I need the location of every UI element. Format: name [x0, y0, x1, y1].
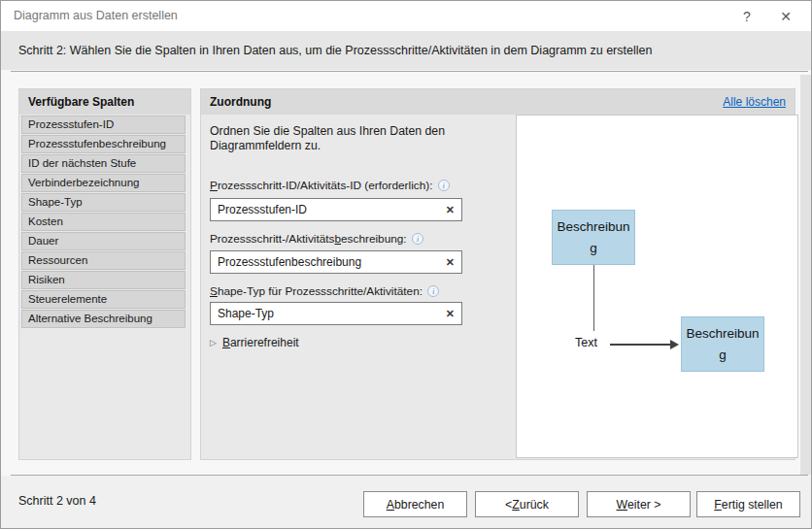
title-bar-buttons: ? ✕: [727, 1, 805, 31]
step-description: Schritt 2: Wählen Sie die Spalten in Ihr…: [1, 31, 811, 70]
help-icon[interactable]: ?: [727, 1, 766, 31]
mapping-instruction: Ordnen Sie die Spalten aus Ihren Daten d…: [210, 124, 501, 153]
column-chip[interactable]: Alternative Beschreibung: [21, 310, 186, 328]
column-chip[interactable]: Prozessstufenbeschreibung: [21, 135, 186, 153]
cancel-button[interactable]: Abbrechen: [363, 491, 467, 517]
column-chip[interactable]: Steuerelemente: [21, 290, 186, 309]
column-chip[interactable]: Risiken: [21, 271, 186, 289]
column-chip[interactable]: Ressourcen: [21, 251, 186, 270]
window-title: Diagramm aus Daten erstellen: [14, 1, 178, 31]
connector-line-vertical: [593, 265, 594, 331]
clear-field-icon[interactable]: ✕: [446, 308, 455, 320]
clear-field-icon[interactable]: ✕: [446, 204, 455, 216]
shape-type-label: Shape-Typ für Prozessschritte/Aktivitäte…: [210, 284, 439, 298]
step-indicator: Schritt 2 von 4: [18, 494, 96, 508]
connector-line-horizontal: [610, 344, 672, 346]
diagram-preview: Beschreibung Text Beschreibung: [516, 115, 798, 458]
column-chip[interactable]: Dauer: [21, 232, 186, 250]
create-diagram-from-data-dialog: Diagramm aus Daten erstellen ? ✕ Schritt…: [0, 0, 812, 529]
info-icon[interactable]: i: [412, 233, 423, 245]
available-columns-header: Verfügbare Spalten: [19, 89, 190, 115]
info-icon[interactable]: i: [427, 285, 439, 297]
column-chip[interactable]: Kosten: [21, 213, 186, 231]
footer-bar: Schritt 2 von 4 Abbrechen < Zurück Weite…: [1, 476, 811, 528]
column-chip[interactable]: Prozessstufen-ID: [21, 116, 186, 134]
connector-arrowhead-icon: [670, 340, 679, 349]
shape-type-input[interactable]: Shape-Typ ✕: [210, 302, 462, 325]
column-chip[interactable]: Shape-Typ: [21, 193, 186, 212]
clear-field-icon[interactable]: ✕: [446, 256, 455, 269]
clear-all-link[interactable]: Alle löschen: [723, 89, 786, 115]
process-id-input[interactable]: Prozessstufen-ID ✕: [210, 198, 462, 221]
connector-label: Text: [575, 336, 597, 349]
next-button[interactable]: Weiter >: [587, 491, 691, 517]
mapping-header: Zuordnung: [210, 89, 271, 115]
preview-shape: Beschreibung: [552, 210, 635, 265]
chevron-right-icon: ▷: [210, 338, 217, 347]
process-description-label: Prozessschritt-/Aktivitätsbeschreibung: …: [210, 232, 423, 246]
available-columns-panel: Verfügbare Spalten Prozessstufen-ID Proz…: [18, 88, 191, 460]
divider-top: [11, 71, 808, 72]
close-icon[interactable]: ✕: [766, 1, 805, 31]
column-chip[interactable]: ID der nächsten Stufe: [21, 154, 186, 173]
process-description-input[interactable]: Prozessstufenbeschreibung ✕: [210, 250, 462, 274]
info-icon[interactable]: i: [438, 180, 450, 191]
column-chip[interactable]: Verbinderbezeichnung: [21, 174, 186, 192]
finish-button[interactable]: Fertig stellen: [696, 491, 800, 517]
back-button[interactable]: < Zurück: [475, 491, 579, 517]
available-columns-list: Prozessstufen-ID Prozessstufenbeschreibu…: [21, 116, 186, 328]
preview-shape: Beschreibung: [681, 316, 764, 372]
process-id-label: Prozessschritt-ID/Aktivitäts-ID (erforde…: [210, 179, 450, 192]
accessibility-expander[interactable]: ▷Barrierefreiheit: [210, 336, 299, 349]
mapping-header-bar: Zuordnung Alle löschen: [201, 89, 795, 115]
title-bar: Diagramm aus Daten erstellen ? ✕: [1, 1, 811, 31]
scrollbar-track[interactable]: [800, 75, 811, 475]
mapping-panel: Zuordnung Alle löschen Ordnen Sie die Sp…: [200, 88, 795, 460]
mapping-form: Ordnen Sie die Spalten aus Ihren Daten d…: [201, 115, 516, 459]
